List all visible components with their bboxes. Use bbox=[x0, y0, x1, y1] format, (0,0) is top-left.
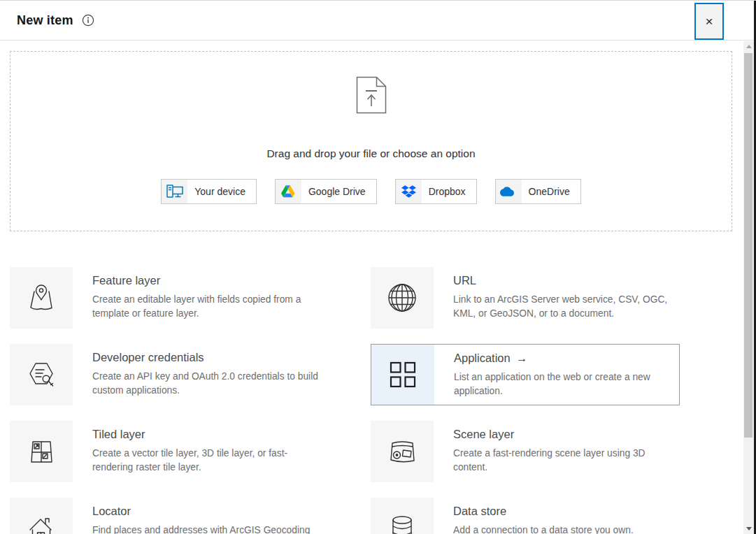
application-icon bbox=[371, 345, 434, 405]
source-label: OneDrive bbox=[529, 186, 570, 197]
device-icon bbox=[162, 180, 187, 203]
card-tiled-layer[interactable]: Tiled layer Create a vector tile layer, … bbox=[10, 421, 319, 482]
card-title: Tiled layer bbox=[92, 428, 319, 441]
dropbox-button[interactable]: Dropbox bbox=[395, 179, 477, 204]
locator-icon bbox=[10, 498, 73, 534]
card-feature-layer[interactable]: Feature layer Create an editable layer w… bbox=[10, 267, 319, 329]
dropbox-icon bbox=[396, 180, 422, 203]
source-label: Your device bbox=[194, 186, 245, 197]
feature-layer-icon bbox=[10, 267, 73, 329]
item-type-grid: Feature layer Create an editable layer w… bbox=[10, 267, 732, 534]
upload-file-icon bbox=[356, 76, 387, 117]
card-description: Add a connection to a data store you own… bbox=[453, 524, 634, 534]
card-title: Data store bbox=[453, 505, 634, 518]
page-title: New item bbox=[17, 13, 73, 28]
file-dropzone[interactable]: Drag and drop your file or choose an opt… bbox=[10, 51, 732, 231]
info-icon[interactable] bbox=[82, 14, 94, 27]
dropzone-prompt: Drag and drop your file or choose an opt… bbox=[266, 147, 475, 160]
card-scene-layer[interactable]: Scene layer Create a fast-rendering scen… bbox=[371, 421, 680, 482]
card-description: Create a vector tile layer, 3D tile laye… bbox=[92, 447, 319, 475]
card-url[interactable]: URL Link to an ArcGIS Server web service… bbox=[371, 267, 680, 329]
onedrive-icon bbox=[496, 180, 522, 203]
card-title: Feature layer bbox=[92, 274, 319, 287]
card-title: URL bbox=[453, 274, 680, 287]
source-label: Dropbox bbox=[429, 186, 466, 197]
card-title: Application→ bbox=[454, 352, 679, 365]
card-title: Developer credentials bbox=[92, 351, 319, 364]
scroll-down-arrow[interactable] bbox=[743, 524, 754, 534]
your-device-button[interactable]: Your device bbox=[161, 179, 257, 204]
arrow-right-icon: → bbox=[516, 352, 528, 364]
scroll-up-arrow[interactable] bbox=[743, 41, 754, 52]
card-description: List an application on the web or create… bbox=[454, 370, 679, 398]
card-description: Create an editable layer with fields cop… bbox=[92, 293, 319, 321]
card-description: Find places and addresses with ArcGIS Ge… bbox=[92, 524, 310, 534]
upload-source-buttons: Your device Google Drive bbox=[161, 179, 580, 204]
onedrive-button[interactable]: OneDrive bbox=[495, 179, 581, 204]
card-developer-credentials[interactable]: Developer credentials Create an API key … bbox=[10, 344, 319, 405]
close-button[interactable]: × bbox=[694, 3, 724, 40]
data-store-icon bbox=[371, 498, 434, 534]
card-title: Locator bbox=[92, 505, 310, 518]
globe-icon bbox=[371, 267, 434, 329]
vertical-scrollbar[interactable] bbox=[743, 41, 754, 534]
card-locator[interactable]: Locator Find places and addresses with A… bbox=[10, 498, 319, 534]
developer-credentials-icon bbox=[10, 344, 73, 405]
source-label: Google Drive bbox=[308, 186, 366, 197]
google-drive-icon bbox=[276, 180, 301, 203]
tiled-layer-icon bbox=[10, 421, 73, 482]
scene-layer-icon bbox=[371, 421, 434, 482]
card-data-store[interactable]: Data store Add a connection to a data st… bbox=[371, 498, 680, 534]
dialog-header: New item × bbox=[0, 1, 756, 41]
google-drive-button[interactable]: Google Drive bbox=[275, 179, 377, 204]
card-application[interactable]: Application→ List an application on the … bbox=[371, 344, 680, 405]
scrollbar-thumb[interactable] bbox=[744, 53, 753, 438]
close-icon: × bbox=[705, 15, 713, 28]
card-description: Create a fast-rendering scene layer usin… bbox=[453, 447, 680, 475]
card-description: Link to an ArcGIS Server web service, CS… bbox=[453, 293, 680, 321]
card-title: Scene layer bbox=[453, 428, 680, 441]
card-description: Create an API key and OAuth 2.0 credenti… bbox=[92, 370, 319, 398]
